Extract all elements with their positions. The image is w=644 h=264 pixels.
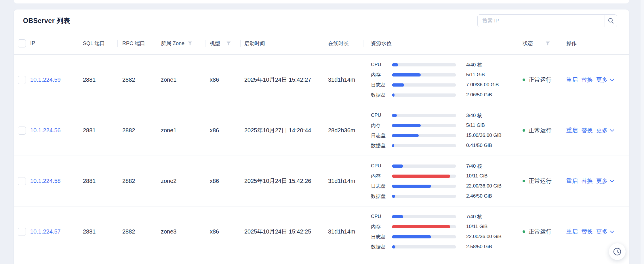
metric-line: 日志盘15.00/36.00 GiB [371,131,514,141]
progress-bar-track [392,114,456,117]
search-box [477,14,617,27]
filter-funnel-icon [546,41,550,45]
column-header-ip: IP [30,32,78,54]
progress-bar-fill [392,93,395,97]
ip-cell: 10.1.224.56 [30,127,78,134]
resource-meters: CPU3/40 核内存5/11 GiB日志盘15.00/36.00 GiB数据盘… [371,110,514,151]
more-action[interactable]: 更多 [596,76,614,84]
replace-action[interactable]: 替换 [581,76,593,84]
metric-line: 数据盘2.58/50 GiB [371,242,514,252]
filter-icon-model[interactable] [226,41,231,45]
progress-bar-fill [392,195,395,198]
column-header-label: 资源水位 [371,40,392,47]
filter-icon-status[interactable] [546,41,550,45]
online-duration-cell-value: 31d1h14m [328,76,355,83]
filter-icon-zone[interactable] [188,41,192,45]
search-input[interactable] [478,15,605,27]
ip-cell: 10.1.224.59 [30,76,78,83]
progress-bar-track [392,124,456,127]
row-checkbox[interactable] [18,76,26,84]
progress-bar-track [392,235,456,238]
progress-bar-fill [392,175,450,178]
select-all-cell [14,32,30,54]
progress-bar-fill [392,215,403,218]
ip-link[interactable]: 10.1.224.58 [30,178,61,184]
restart-action[interactable]: 重启 [566,177,578,185]
chevron-down-icon [610,180,614,183]
progress-bar-fill [392,185,431,188]
column-header-zone: 所属 Zone [157,32,205,54]
restart-action[interactable]: 重启 [566,127,578,134]
metric-label: 数据盘 [371,244,392,250]
replace-action[interactable]: 替换 [581,228,593,236]
resource-cell: CPU3/40 核内存5/11 GiB日志盘15.00/36.00 GiB数据盘… [363,110,514,151]
replace-action[interactable]: 替换 [581,127,593,134]
metric-label: 内存 [371,122,392,129]
history-clock-button[interactable] [609,243,626,260]
progress-bar-track [392,195,456,198]
machine-model-cell-value: x86 [210,127,219,134]
online-duration-cell: 28d2h36m [322,127,363,134]
column-header-label: 操作 [566,40,577,47]
progress-bar-track [392,175,456,178]
rpc-port-cell-value: 2882 [122,127,135,134]
metric-value: 7/40 核 [466,213,482,220]
metric-value: 22.00/36.00 GiB [466,183,502,189]
more-action[interactable]: 更多 [596,228,614,236]
progress-bar-fill [392,83,404,87]
online-duration-cell: 31d1h14m [322,228,363,235]
resource-meters: CPU7/40 核内存10/11 GiB日志盘22.00/36.00 GiB数据… [371,161,514,201]
metric-line: 数据盘2.06/50 GiB [371,90,514,100]
metric-label: CPU [371,62,392,68]
column-header-start: 启动时间 [240,32,322,54]
start-time-cell-value: 2025年10月24日 15:42:27 [244,76,311,84]
metric-line: CPU4/40 核 [371,60,514,70]
rpc-port-cell: 2882 [117,127,157,134]
column-header-rpc: RPC 端口 [117,32,157,54]
table-body: 10.1.224.5928812882zone1x862025年10月24日 1… [14,55,629,257]
search-button[interactable] [605,15,617,27]
row-checkbox[interactable] [18,228,26,236]
status-cell: 正常运行 [514,177,559,185]
metric-value: 2.06/50 GiB [466,92,492,98]
ip-link[interactable]: 10.1.224.57 [30,228,61,235]
ip-link[interactable]: 10.1.224.56 [30,127,61,134]
actions-cell: 重启替换更多 [559,228,629,236]
machine-model-cell-value: x86 [210,76,219,83]
row-checkbox[interactable] [18,127,26,135]
sql-port-cell: 2881 [78,178,117,184]
select-all-checkbox[interactable] [18,39,26,47]
machine-model-cell-value: x86 [210,178,219,184]
chevron-wrap [610,79,614,81]
row-select-cell [14,76,30,84]
restart-action[interactable]: 重启 [566,228,578,236]
row-checkbox[interactable] [18,177,26,185]
column-header-duration: 在线时长 [322,32,363,54]
more-action[interactable]: 更多 [596,127,614,134]
metric-line: 数据盘0.41/50 GiB [371,141,514,151]
resource-cell: CPU7/40 核内存10/11 GiB日志盘22.00/36.00 GiB数据… [363,212,514,252]
column-header-label: IP [30,40,35,46]
progress-bar-track [392,185,456,188]
column-header-label: RPC 端口 [122,40,145,47]
rpc-port-cell: 2882 [117,228,157,235]
replace-action[interactable]: 替换 [581,177,593,185]
more-action[interactable]: 更多 [596,177,614,185]
rpc-port-cell-value: 2882 [122,76,135,83]
machine-model-cell: x86 [205,228,240,235]
start-time-cell: 2025年10月24日 15:42:27 [240,76,322,84]
previous-card-bottom [14,0,629,3]
metric-label: 内存 [371,72,392,78]
chevron-wrap [610,129,614,132]
column-header-label: 机型 [210,40,220,47]
chevron-down-icon [610,79,614,81]
ip-link[interactable]: 10.1.224.59 [30,76,61,83]
metric-value: 10/11 GiB [466,224,487,229]
restart-action[interactable]: 重启 [566,76,578,84]
online-duration-cell: 31d1h14m [322,76,363,83]
chevron-down-icon [610,129,614,132]
status-cell: 正常运行 [514,127,559,134]
zone-cell-value: zone1 [161,127,177,134]
progress-bar-track [392,225,456,228]
progress-bar-fill [392,134,419,137]
